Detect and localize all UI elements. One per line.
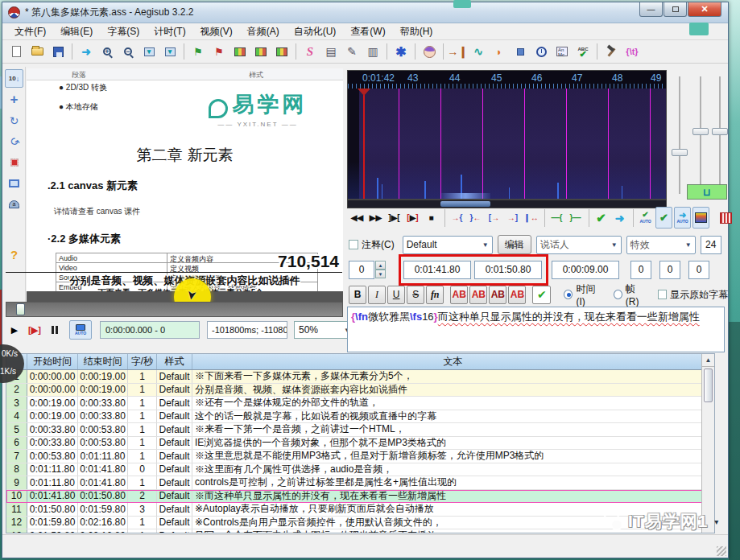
select-lines-button[interactable]: ∿ — [469, 42, 488, 61]
video-pause-button[interactable] — [46, 321, 64, 339]
karaoke-mode-button[interactable] — [717, 207, 734, 229]
subtitle-row[interactable]: 50:00:33.800:00:53.801Default※来看一下第一个是音频… — [6, 423, 714, 437]
actor-select[interactable]: 说话人▼ — [536, 236, 622, 254]
header-style[interactable]: 样式 — [157, 354, 192, 369]
italic-button[interactable]: I — [368, 286, 386, 304]
timing-postprocessor-button[interactable] — [531, 42, 551, 61]
position-tool-button[interactable]: 10↓ — [5, 69, 23, 88]
duration-input[interactable]: 0:00:09.00 — [552, 261, 619, 279]
margin-left-input[interactable]: 0 — [630, 261, 651, 279]
audio-play-selection-button[interactable]: ]▶[ — [386, 207, 403, 229]
comment-checkbox[interactable] — [349, 240, 358, 249]
header-start[interactable]: 开始时间 — [27, 354, 78, 369]
header-text[interactable]: 文本 — [192, 354, 714, 369]
menu-timing[interactable]: 计时(T) — [147, 23, 192, 40]
auto-scroll-toggle[interactable]: ➜AUTO — [674, 207, 691, 229]
v-zoom-slider-handle[interactable] — [692, 128, 709, 135]
play-before-start-button[interactable]: →{ — [449, 207, 465, 229]
styling-pen-button[interactable]: ✎ — [342, 42, 362, 61]
video-details-button[interactable] — [251, 42, 271, 61]
grid-scrollbar[interactable]: ▲ — [701, 354, 714, 533]
bold-button[interactable]: B — [349, 286, 366, 304]
video-play-button[interactable]: ▶ — [6, 321, 23, 339]
underline-button[interactable]: U — [387, 286, 405, 304]
play-first-500-button[interactable]: [→ — [486, 207, 502, 229]
scroll-up-icon[interactable]: ▲ — [702, 354, 714, 367]
select-end-pin-button[interactable]: ⚑ — [209, 42, 229, 61]
clip-tool-button[interactable] — [5, 174, 23, 192]
font-face-button[interactable]: fn — [426, 286, 444, 304]
video-auto-seek-toggle[interactable]: AUTO — [69, 320, 92, 340]
minimize-button[interactable]: — — [639, 2, 663, 17]
drag-tool-button[interactable]: + — [5, 90, 23, 109]
frame-radio[interactable] — [614, 290, 622, 299]
menu-automation[interactable]: 自动化(U) — [287, 23, 344, 40]
title-bar[interactable]: * 第八集多媒体元素.ass - Aegisub 3.2.2 — ✕ — [2, 2, 728, 23]
new-file-button[interactable] — [6, 42, 26, 61]
auto-next-toggle[interactable]: ✔ — [655, 207, 672, 229]
spectrum-mode-toggle[interactable] — [692, 207, 709, 229]
audio-next-line-button[interactable]: ▶▶ — [367, 207, 384, 229]
subtitle-row[interactable]: 30:00:19.000:00:33.801Default※还有一个是媒体规定的… — [6, 397, 714, 410]
header-cps[interactable]: 字/秒 — [128, 354, 157, 369]
menu-audio[interactable]: 音频(A) — [240, 23, 287, 40]
primary-color-button[interactable]: AB — [450, 286, 468, 304]
automation-button[interactable]: ✱ — [391, 42, 411, 61]
subtitle-row-selected[interactable]: 100:01:41.800:01:50.802Default※而这种单只显示属性… — [6, 490, 714, 504]
scale-tool-button[interactable] — [5, 153, 23, 171]
strikeout-button[interactable]: S — [407, 286, 424, 304]
resize-grip[interactable] — [717, 546, 726, 556]
link-sliders-toggle[interactable]: ⊔ — [687, 184, 727, 200]
menu-video[interactable]: 视频(V) — [193, 23, 240, 40]
menu-file[interactable]: 文件(F) — [7, 23, 53, 40]
h-zoom-slider-handle[interactable] — [672, 149, 688, 156]
spinner-down-icon[interactable]: ▼ — [375, 270, 386, 278]
timing-grid-button[interactable] — [272, 42, 291, 61]
volume-slider-handle[interactable] — [712, 128, 728, 135]
styles-manager-button[interactable]: S — [300, 42, 320, 61]
maximize-button[interactable] — [664, 2, 687, 17]
zoom-in-button[interactable]: + — [97, 42, 117, 61]
vector-clip-tool-button[interactable]: a — [5, 195, 23, 213]
subtitle-row[interactable]: 20:00:00.000:00:19.001Default分别是音频、视频、媒体… — [6, 384, 714, 397]
volume-slider-track[interactable] — [719, 76, 721, 194]
rotate-z-tool-button[interactable]: ↻ — [5, 111, 23, 130]
time-radio[interactable] — [564, 290, 573, 299]
menu-subtitle[interactable]: 字幕(S) — [100, 23, 147, 40]
spinner-up-icon[interactable]: ▲ — [375, 261, 386, 270]
styling-assistant-button[interactable] — [511, 42, 530, 61]
subtitle-row[interactable]: 60:00:33.800:00:53.801DefaultIE浏览器提供的一个音… — [6, 437, 714, 451]
snap-start-button[interactable]: ▾ — [139, 42, 159, 61]
layer-input[interactable]: 0 — [349, 261, 374, 279]
audio-goto-button[interactable]: ➜ — [611, 207, 628, 229]
v-zoom-slider-track[interactable] — [700, 76, 701, 194]
h-zoom-slider-track[interactable] — [679, 76, 680, 194]
video-zoom-select[interactable]: 50%▼ — [294, 321, 355, 339]
menu-view[interactable]: 查看(W) — [343, 23, 392, 40]
subtitle-text-editor[interactable]: {\fn微软雅黑\fs16}而这种单只显示属性的并没有，现在来看看一些新增属性 — [347, 307, 725, 352]
audio-play-line-button[interactable]: [▶] — [404, 207, 421, 229]
audio-stop-button[interactable]: ■ — [423, 207, 440, 229]
open-file-button[interactable] — [27, 42, 47, 61]
help-button[interactable]: ? — [5, 245, 23, 264]
audio-commit-button[interactable]: ✔ — [593, 207, 610, 229]
margin-vertical-input[interactable]: 0 — [688, 261, 709, 279]
tag-t-button[interactable]: {\t} — [622, 42, 642, 61]
subtitle-row[interactable]: 90:01:11.800:01:41.801Defaultcontrols是可控… — [6, 476, 714, 490]
show-original-checkbox[interactable] — [658, 290, 667, 299]
close-button[interactable]: ✕ — [688, 2, 721, 17]
properties-button[interactable]: ▥ — [363, 42, 382, 61]
attachments-button[interactable]: ▤ — [321, 42, 341, 61]
spectrogram-body[interactable] — [348, 89, 666, 199]
rotate-xy-tool-button[interactable]: ↺ — [5, 132, 23, 150]
play-last-500-button[interactable]: →] — [504, 207, 521, 229]
shift-times-button[interactable] — [230, 42, 250, 61]
kanji-timer-button[interactable] — [420, 42, 439, 61]
lead-out-button[interactable]: }— — [567, 207, 584, 229]
menu-help[interactable]: 帮助(H) — [393, 23, 440, 40]
jump-to-button[interactable]: ➜ — [76, 42, 96, 61]
video-seek-bar[interactable] — [6, 302, 343, 317]
lead-in-button[interactable]: —{ — [548, 207, 565, 229]
play-after-end-button[interactable]: }← — [467, 207, 484, 229]
subtitle-row[interactable]: 40:00:19.000:00:33.801Default这个的话一般就是字幕，… — [6, 410, 714, 424]
